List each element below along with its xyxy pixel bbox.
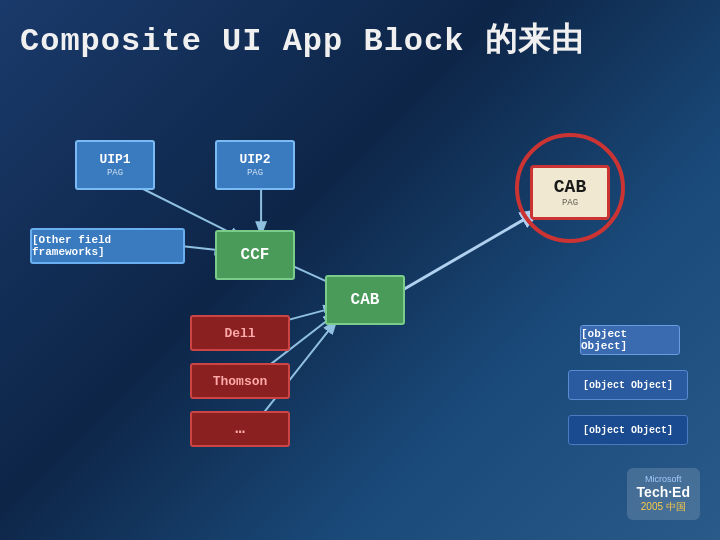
teched-brand: Microsoft bbox=[637, 474, 690, 484]
svg-line-4 bbox=[390, 211, 538, 297]
cab-center-box: CAB bbox=[325, 275, 405, 325]
thomson-box: Thomson bbox=[190, 363, 290, 399]
other-dept-label: [object Object] bbox=[583, 380, 673, 391]
uip2-label: UIP2 bbox=[239, 152, 270, 167]
teched-year: 2005 中国 bbox=[637, 500, 690, 514]
ellipsis-label: … bbox=[235, 420, 245, 438]
other-field-label: [Other field frameworks] bbox=[32, 234, 183, 258]
cab-center-label: CAB bbox=[351, 291, 380, 309]
uip2-sub: PAG bbox=[247, 168, 263, 178]
other-dept-box: [object Object] bbox=[568, 370, 688, 400]
dell-label: Dell bbox=[224, 326, 255, 341]
uip2-box: UIP2 PAG bbox=[215, 140, 295, 190]
uip1-box: UIP1 PAG bbox=[75, 140, 155, 190]
ellipsis-box: … bbox=[190, 411, 290, 447]
cab-right-label: CAB bbox=[554, 177, 586, 197]
ccf-label: CCF bbox=[241, 246, 270, 264]
ccf-box: CCF bbox=[215, 230, 295, 280]
cab-right-sub: PAG bbox=[562, 198, 578, 208]
title: Composite UI App Block 的来由 bbox=[0, 0, 720, 72]
dell-box: Dell bbox=[190, 315, 290, 351]
uip1-label: UIP1 bbox=[99, 152, 130, 167]
pag-side-box: [object Object] bbox=[580, 325, 680, 355]
pag-side-label: [object Object] bbox=[581, 328, 679, 352]
solution-box: [object Object] bbox=[568, 415, 688, 445]
cab-right-box: CAB PAG bbox=[530, 165, 610, 220]
other-field-box: [Other field frameworks] bbox=[30, 228, 185, 264]
uip1-sub: PAG bbox=[107, 168, 123, 178]
solution-label: [object Object] bbox=[583, 425, 673, 436]
teched-logo: Microsoft Tech·Ed 2005 中国 bbox=[627, 468, 700, 520]
thomson-label: Thomson bbox=[213, 374, 268, 389]
teched-event: Tech·Ed bbox=[637, 484, 690, 500]
